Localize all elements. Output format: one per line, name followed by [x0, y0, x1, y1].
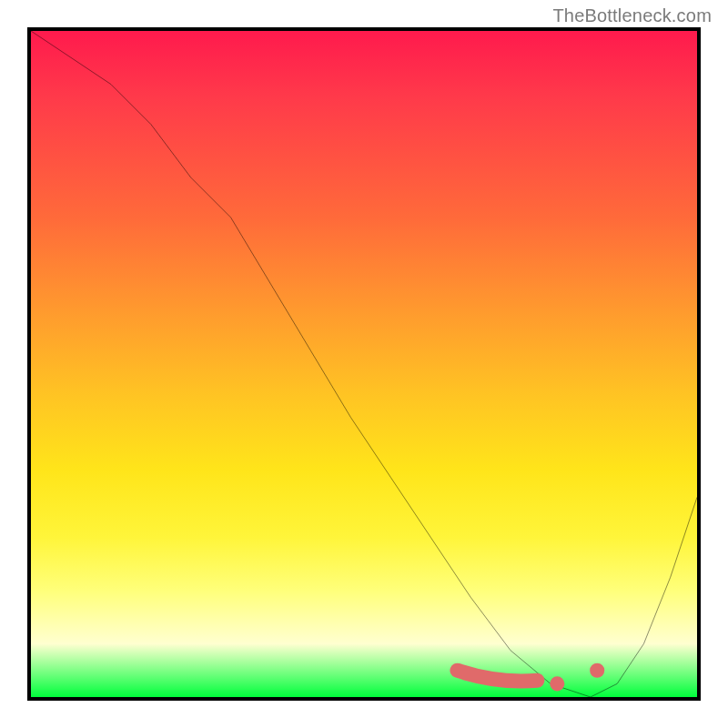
chart-frame	[27, 27, 701, 701]
chart-curve-layer	[31, 31, 697, 697]
main-curve	[31, 31, 697, 697]
trough-dot-1	[550, 676, 564, 691]
attribution-label: TheBottleneck.com	[552, 5, 712, 26]
trough-dot-2	[590, 663, 604, 678]
trough-blob	[457, 671, 537, 682]
